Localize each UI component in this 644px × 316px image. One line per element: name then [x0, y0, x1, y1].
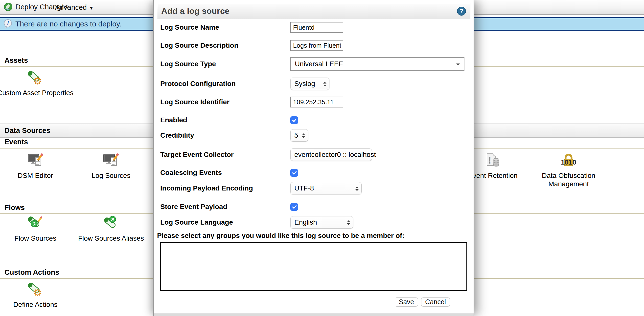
app-label: Flow Sources	[0, 234, 75, 243]
field-label-coalescing-events: Coalescing Events	[160, 169, 290, 177]
chevron-down-icon	[456, 63, 460, 66]
app-flow-sources-aliases[interactable]: Flow Sources Aliases	[72, 215, 150, 243]
section-heading-assets: Assets	[4, 56, 28, 64]
app-label: DSM Editor	[0, 171, 75, 180]
coalescing-events-checkbox[interactable]	[290, 169, 298, 177]
binary-text: 1010	[561, 158, 576, 166]
protocol-configuration-value: Syslog	[294, 80, 315, 88]
field-label-log-source-identifier: Log Source Identifier	[160, 98, 290, 106]
exclamation-glyph: !	[488, 155, 492, 166]
app-log-sources[interactable]: Log Sources	[72, 153, 150, 180]
store-event-payload-checkbox[interactable]	[290, 203, 298, 211]
target-event-collector-value: eventcollector0 :: localhost	[294, 151, 376, 159]
gear-icon: ⚙	[33, 287, 42, 298]
check-icon	[292, 170, 297, 175]
check-icon	[292, 117, 297, 123]
admin-console-page: Deploy Changes Advanced ▼ i There are no…	[0, 0, 644, 316]
field-label-target-event-collector: Target Event Collector	[160, 151, 290, 159]
check-icon	[292, 204, 297, 210]
pipe-gear-icon: ⚙	[28, 70, 43, 86]
field-label-enabled: Enabled	[160, 116, 290, 124]
app-custom-asset-properties[interactable]: ⚙ Custom Asset Properties	[0, 70, 75, 97]
enabled-checkbox[interactable]	[290, 116, 298, 124]
incoming-payload-encoding-select[interactable]: UTF-8	[290, 182, 362, 194]
field-label-incoming-payload-encoding: Incoming Payload Encoding	[160, 184, 290, 192]
field-label-store-event-payload: Store Event Payload	[160, 203, 290, 211]
log-source-description-input[interactable]	[290, 40, 343, 51]
section-heading-flows: Flows	[4, 204, 25, 212]
save-button[interactable]: Save	[395, 298, 418, 307]
select-arrows-icon	[323, 81, 327, 87]
log-source-language-value: English	[294, 218, 317, 226]
app-label: Data Obfuscation Management	[536, 171, 601, 188]
log-source-type-value: Universal LEEF	[295, 60, 343, 68]
help-icon[interactable]: ?	[457, 6, 466, 16]
monitor-pencil-icon	[28, 153, 43, 169]
app-flow-sources[interactable]: Flow Sources	[0, 215, 75, 243]
app-data-obfuscation-management[interactable]: 1010 Data Obfuscation Management	[536, 153, 601, 188]
field-label-log-source-description: Log Source Description	[160, 41, 290, 49]
gear-icon: ⚙	[33, 75, 42, 86]
select-arrows-icon	[346, 220, 351, 226]
field-label-protocol-configuration: Protocol Configuration	[160, 80, 290, 88]
select-arrows-icon	[365, 152, 370, 158]
groups-select-box[interactable]	[160, 242, 467, 291]
pipe-pencil-refresh-icon	[28, 215, 43, 231]
log-source-name-input[interactable]	[290, 22, 343, 33]
field-label-log-source-type: Log Source Type	[160, 60, 290, 68]
field-label-log-source-language: Log Source Language	[160, 218, 290, 226]
select-arrows-icon	[355, 186, 359, 192]
pipe-gear-icon: ⚙	[28, 282, 43, 298]
advanced-menu-button[interactable]: Advanced ▼	[55, 3, 94, 11]
log-source-identifier-input[interactable]	[290, 97, 343, 107]
monitor-pencil-icon	[103, 153, 119, 169]
svg-text:?: ?	[460, 7, 464, 15]
banner-message: There are no changes to deploy.	[15, 20, 122, 28]
app-define-actions[interactable]: ⚙ Define Actions	[0, 282, 75, 309]
deploy-globe-icon	[4, 2, 13, 11]
log-source-type-dropdown[interactable]: Universal LEEF	[290, 57, 464, 71]
groups-prompt: Please select any groups you would like …	[157, 232, 404, 240]
add-log-source-dialog: Add a log source ? Log Source Name Log S…	[153, 0, 474, 316]
app-label: Define Actions	[0, 301, 75, 309]
credibility-select[interactable]: 5	[290, 129, 308, 142]
section-heading-events: Events	[4, 138, 28, 146]
chevron-down-icon: ▼	[89, 5, 94, 11]
log-source-language-select[interactable]: English	[290, 216, 353, 229]
field-label-credibility: Credibility	[160, 131, 290, 139]
target-event-collector-select[interactable]: eventcollector0 :: localhost	[290, 148, 372, 161]
advanced-label: Advanced	[55, 3, 87, 11]
pipe-arrow-icon	[103, 215, 119, 231]
dialog-header: Add a log source ?	[157, 3, 470, 19]
protocol-configuration-select[interactable]: Syslog	[290, 78, 330, 90]
dialog-footer-strip	[154, 313, 474, 316]
field-label-log-source-name: Log Source Name	[160, 23, 290, 31]
document-database-icon: !	[485, 153, 501, 169]
cancel-button[interactable]: Cancel	[421, 298, 450, 307]
dialog-title: Add a log source	[161, 3, 470, 18]
app-label: Log Sources	[72, 171, 150, 180]
incoming-payload-encoding-value: UTF-8	[294, 184, 314, 192]
app-dsm-editor[interactable]: DSM Editor	[0, 153, 75, 180]
info-icon: i	[3, 19, 13, 29]
app-label: Custom Asset Properties	[0, 89, 75, 97]
svg-text:i: i	[7, 20, 9, 26]
credibility-value: 5	[294, 131, 298, 139]
app-label: Flow Sources Aliases	[72, 234, 150, 243]
select-arrows-icon	[302, 133, 306, 139]
section-heading-data-sources: Data Sources	[4, 126, 50, 134]
lock-binary-icon: 1010	[561, 153, 576, 169]
section-heading-custom-actions: Custom Actions	[4, 268, 59, 277]
